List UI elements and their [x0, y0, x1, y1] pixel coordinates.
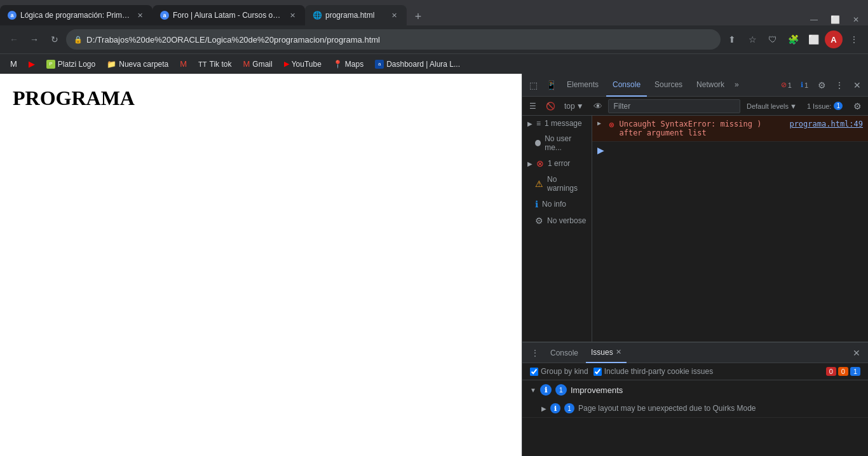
back-button[interactable]: ←: [5, 31, 23, 48]
third-party-input[interactable]: [593, 368, 602, 376]
msg-expand-icon[interactable]: ▶: [597, 120, 601, 127]
issues-sidebar-button[interactable]: ⋮: [527, 345, 543, 361]
tab1-close[interactable]: ✕: [135, 10, 145, 20]
bookmark-folder[interactable]: 📁 Nueva carpeta: [102, 57, 173, 72]
sidebar-errors[interactable]: ▶ ⊗ 1 error: [522, 155, 592, 172]
context-selector[interactable]: top ▼: [560, 100, 588, 112]
quirks-mode-issue[interactable]: ▶ ℹ 1 Page layout may be unexpected due …: [522, 399, 868, 418]
bookmark-alura[interactable]: a Dashboard | Alura L...: [370, 57, 465, 72]
address-actions: ⬆ ☆ 🛡 🧩 ⬜ A ⋮: [723, 31, 863, 48]
issues-tab[interactable]: Issues ✕: [586, 343, 627, 363]
maximize-button[interactable]: ⬜: [827, 14, 844, 25]
share-button[interactable]: ⬆: [723, 31, 741, 48]
sidebar-messages[interactable]: ▶ ≡ 1 message: [522, 116, 592, 131]
devtools-close-button[interactable]: ✕: [849, 77, 865, 93]
group-by-kind-label: Group by kind: [541, 367, 588, 376]
group-by-kind-input[interactable]: [530, 368, 538, 376]
address-text: D:/Trabajos%20de%20ORACLE/Logica%20de%20…: [86, 35, 713, 45]
folder-label: Nueva carpeta: [119, 60, 168, 69]
devtools-settings-button[interactable]: ⚙: [813, 77, 830, 93]
tab-2[interactable]: a Foro | Alura Latam - Cursos onlin... ✕: [153, 5, 305, 25]
tab-more[interactable]: »: [732, 74, 742, 97]
console-sidebar: ▶ ≡ 1 message No user me... ▶ ⊗ 1 error: [522, 116, 592, 342]
context-arrow: ▼: [576, 102, 584, 111]
eye-button[interactable]: 👁: [590, 99, 606, 114]
bookmark-gmail-icon[interactable]: M: [5, 57, 22, 72]
issues-tab-close[interactable]: ✕: [616, 348, 621, 356]
improvements-icon: ℹ: [540, 384, 552, 396]
alura-favicon: a: [375, 60, 384, 69]
sidebar-verbose[interactable]: ⚙ No verbose: [522, 212, 592, 229]
content-area: PROGRAMA ⬚ 📱 Elements Console Sources Ne…: [0, 74, 868, 456]
bookmark-youtube[interactable]: ▶ YouTube: [279, 57, 327, 72]
tab3-close[interactable]: ✕: [389, 10, 399, 20]
quirks-icon: ℹ: [550, 403, 560, 413]
new-tab-button[interactable]: +: [409, 8, 427, 25]
lock-icon: 🔒: [74, 36, 83, 44]
messages-label: 1 message: [545, 119, 582, 128]
error-badge: ⊘ 1: [777, 81, 796, 89]
sidebar-warnings[interactable]: ⚠ No warnings: [522, 172, 592, 196]
sidebar-user-messages[interactable]: No user me...: [522, 131, 592, 155]
profile-button[interactable]: A: [825, 31, 843, 48]
warning-icon: ⚠: [535, 179, 543, 189]
youtube-favicon: ▶: [284, 60, 289, 68]
sidebar-toggle-button[interactable]: ☰: [525, 99, 540, 114]
console-settings-button[interactable]: ⚙: [849, 98, 865, 114]
console-messages-panel: ▶ ⊗ Uncaught SyntaxError: missing ) afte…: [592, 116, 868, 342]
filter-input[interactable]: [608, 99, 740, 113]
third-party-label: Include third-party cookie issues: [604, 367, 713, 376]
maps-label: Maps: [345, 60, 363, 69]
page-content: PROGRAMA: [0, 74, 522, 456]
quirks-mode-label: Page layout may be unexpected due to Qui…: [578, 404, 756, 413]
bookmark-platzi[interactable]: P Platzi Logo: [41, 57, 100, 72]
error-msg-link[interactable]: programa.html:49: [789, 120, 863, 128]
tab2-close[interactable]: ✕: [287, 10, 297, 20]
console-expand-arrow[interactable]: ▶: [597, 145, 604, 155]
tiktok-favicon: TT: [198, 60, 207, 68]
address-input[interactable]: 🔒 D:/Trabajos%20de%20ORACLE/Logica%20de%…: [66, 29, 721, 50]
tab-1[interactable]: a Lógica de programación: Primero... ✕: [0, 5, 153, 25]
minimize-button[interactable]: —: [806, 14, 822, 25]
reload-button[interactable]: ↻: [46, 31, 64, 48]
bookmark-yt-icon[interactable]: ▶: [24, 57, 40, 72]
forward-button[interactable]: →: [25, 31, 43, 48]
clear-console-button[interactable]: 🚫: [543, 99, 558, 114]
bookmark-m[interactable]: M: [175, 57, 192, 72]
devtools-more-button[interactable]: ⋮: [831, 77, 848, 93]
tab-console[interactable]: Console: [606, 74, 647, 97]
third-party-checkbox[interactable]: Include third-party cookie issues: [593, 367, 713, 376]
expand-messages-icon: ▶: [527, 120, 532, 127]
shield-icon[interactable]: 🛡: [764, 31, 782, 48]
bookmark-gmail-m[interactable]: M Gmail: [238, 57, 277, 72]
quirks-count: 1: [564, 403, 574, 413]
improvements-group[interactable]: ▼ ℹ 1 Improvements: [522, 380, 868, 399]
extensions-button[interactable]: 🧩: [784, 31, 802, 48]
devtools-inspect-button[interactable]: ⬚: [525, 77, 541, 93]
quirks-expand-icon: ▶: [541, 405, 546, 412]
m-favicon: M: [180, 59, 187, 69]
close-button[interactable]: ✕: [849, 14, 863, 25]
sidebar-info[interactable]: ℹ No info: [522, 196, 592, 212]
menu-button[interactable]: ⋮: [845, 31, 863, 48]
issues-content: ▼ ℹ 1 Improvements ▶ ℹ 1 Page layout may…: [522, 380, 868, 456]
improvements-expand-icon: ▼: [530, 387, 536, 394]
devtools-device-button[interactable]: 📱: [543, 77, 559, 93]
issues-close-button[interactable]: ✕: [850, 347, 863, 359]
issues-console-tab[interactable]: Console: [545, 343, 583, 363]
bookmark-maps[interactable]: 📍 Maps: [328, 57, 369, 72]
alura-label: Dashboard | Alura L...: [386, 60, 460, 69]
bookmark-tiktok[interactable]: TT Tik tok: [193, 57, 236, 72]
tab-sources[interactable]: Sources: [648, 74, 689, 97]
group-by-kind-checkbox[interactable]: Group by kind: [530, 367, 588, 376]
issues-options: Group by kind Include third-party cookie…: [522, 363, 868, 380]
default-levels-selector[interactable]: Default levels ▼: [743, 101, 801, 111]
bookmarks-bar: M ▶ P Platzi Logo 📁 Nueva carpeta M TT T…: [0, 53, 868, 74]
bookmark-button[interactable]: ☆: [743, 31, 761, 48]
tab-network[interactable]: Network: [690, 74, 731, 97]
split-view-button[interactable]: ⬜: [804, 31, 822, 48]
tab-3[interactable]: 🌐 programa.html ✕: [305, 5, 407, 25]
verbose-label: No verbose: [547, 216, 586, 225]
tab-elements[interactable]: Elements: [560, 74, 605, 97]
error-msg-text: Uncaught SyntaxError: missing ) after ar…: [619, 120, 784, 137]
